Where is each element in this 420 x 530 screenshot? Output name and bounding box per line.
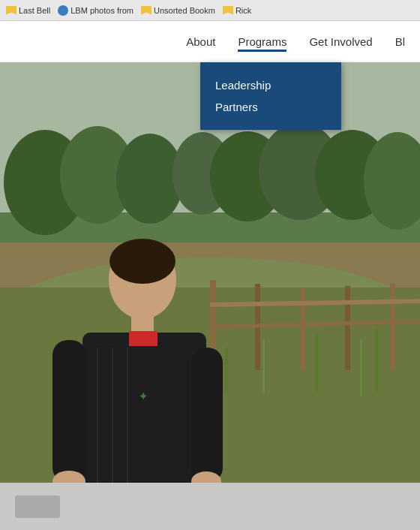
nav-links: About Programs Get Involved Bl xyxy=(186,32,405,52)
bookmark-unsorted[interactable]: Unsorted Bookm xyxy=(141,6,215,15)
page-content: About Programs Get Involved Bl Leadershi… xyxy=(0,21,420,530)
nav-get-involved[interactable]: Get Involved xyxy=(309,32,372,52)
bookmark-label: Rick xyxy=(236,6,251,15)
svg-rect-24 xyxy=(129,331,158,346)
bookmark-label: Unsorted Bookm xyxy=(154,6,215,15)
svg-rect-15 xyxy=(345,286,350,370)
svg-rect-29 xyxy=(191,348,223,483)
bookmark-label: LBM photos from xyxy=(70,6,134,15)
folder-icon xyxy=(223,6,233,15)
svg-rect-37 xyxy=(262,340,265,393)
svg-rect-38 xyxy=(315,333,318,393)
dropdown-item-partners[interactable]: Partners xyxy=(215,96,326,118)
bookmark-label: Last Bell xyxy=(19,6,50,15)
bookmarks-bar: Last Bell LBM photos from Unsorted Bookm… xyxy=(0,0,420,21)
svg-point-21 xyxy=(110,239,176,284)
folder-icon xyxy=(6,6,16,15)
svg-rect-39 xyxy=(360,340,362,396)
cloud-icon xyxy=(58,5,68,16)
bookmark-last-bell[interactable]: Last Bell xyxy=(6,6,50,15)
svg-rect-14 xyxy=(300,288,305,370)
svg-rect-23 xyxy=(82,333,206,483)
svg-rect-16 xyxy=(390,284,395,370)
svg-rect-36 xyxy=(225,348,228,393)
nav-bl[interactable]: Bl xyxy=(395,32,405,52)
bookmark-lbm[interactable]: LBM photos from xyxy=(58,5,134,16)
dropdown-menu: Leadership Partners xyxy=(200,62,341,130)
svg-rect-40 xyxy=(375,329,378,393)
bottom-bar xyxy=(0,483,420,530)
svg-text:✦: ✦ xyxy=(139,390,148,402)
bookmark-rick[interactable]: Rick xyxy=(223,6,251,15)
dropdown-item-leadership[interactable]: Leadership xyxy=(215,74,326,96)
nav-about[interactable]: About xyxy=(186,32,215,52)
bottom-content xyxy=(15,495,60,518)
nav-programs[interactable]: Programs xyxy=(238,32,286,52)
navbar: About Programs Get Involved Bl xyxy=(0,21,420,62)
svg-rect-28 xyxy=(52,340,86,483)
folder-icon xyxy=(141,6,152,15)
